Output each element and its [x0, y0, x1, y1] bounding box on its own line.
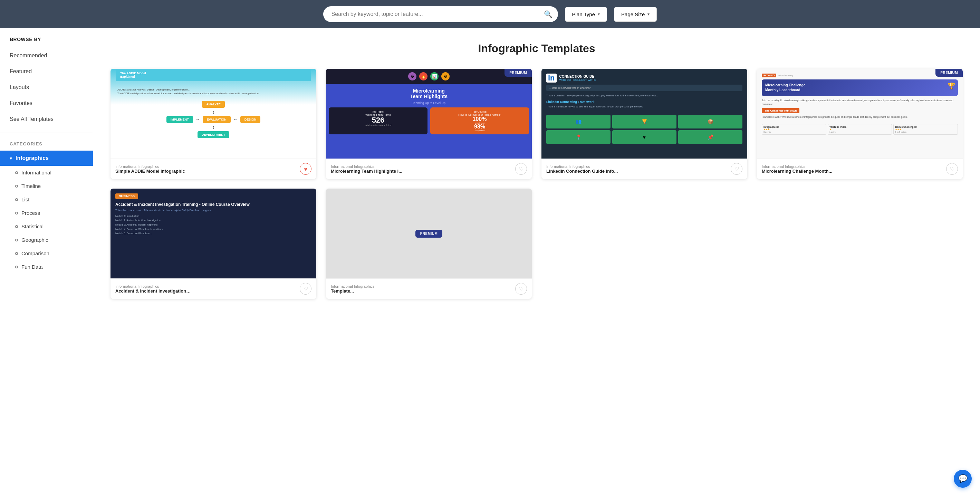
linkedin-grid-item-2: 🏆	[612, 115, 676, 129]
addie-analyze-node: ANALYZE	[202, 101, 225, 108]
process-circle-icon	[15, 212, 18, 214]
linkedin-card-title: LinkedIn Connection Guide Info...	[546, 169, 618, 174]
linkedin-grid-item-3: 📦	[678, 115, 743, 129]
fun-data-label: Fun Data	[21, 264, 43, 270]
leaderboard-card-footer: Informational Infographics Microlearning…	[757, 158, 963, 179]
addie-category: Informational Infographics	[115, 164, 185, 169]
sidebar-sub-statistical[interactable]: Statistical	[0, 220, 93, 233]
header: 🔍 Plan Type ▾ Page Size ▾	[0, 0, 980, 28]
geographic-circle-icon	[15, 239, 18, 241]
sidebar-sub-timeline[interactable]: Timeline	[0, 179, 93, 193]
sidebar-sub-fun-data[interactable]: Fun Data	[0, 260, 93, 274]
template-card-leaderboard[interactable]: ECONIVO microlearning Microlearning Chal…	[757, 69, 963, 179]
sidebar-sub-list[interactable]: List	[0, 193, 93, 206]
sidebar-sub-process[interactable]: Process	[0, 206, 93, 220]
template-card-placeholder-1[interactable]: PREMIUM Informational Infographics Templ…	[326, 188, 532, 299]
leaderboard-details: How does it work? We have a series of in…	[762, 115, 958, 119]
lb-mini-card-youtube: YouTube Video: ★ 1 point	[828, 124, 892, 135]
categories-title: CATEGORIES	[0, 139, 93, 151]
template-card-accident[interactable]: BUSINESS Accident & Incident Investigati…	[110, 188, 316, 299]
accident-list: Module 1: Introduction Module 2: Acciden…	[115, 214, 312, 236]
page-size-label: Page Size	[621, 11, 645, 17]
micro-title: MicrolearningTeam Highlights	[407, 84, 451, 101]
business-badge-inline: BUSINESS	[115, 193, 138, 199]
micro-icon-4: ⚙	[441, 72, 450, 80]
leaderboard-brand-badge: ECONIVO	[762, 73, 776, 77]
template-card-microlearning[interactable]: ⚙ 🔥 📊 ⚙ MicrolearningTeam Highlights Tea…	[326, 69, 532, 179]
leaderboard-footer-left: Informational Infographics Microlearning…	[762, 164, 832, 174]
linkedin-framework-title: LinkedIn Connecting Framework	[546, 100, 595, 104]
statistical-circle-icon	[15, 225, 18, 228]
micro-stat-left: Top Topic: Working From Home 526 total s…	[329, 107, 428, 134]
placeholder-1-footer: Informational Infographics Template... ♡	[326, 278, 532, 299]
infographics-chevron-icon: ▾	[10, 156, 12, 161]
accident-title: Accident & Incident Investigation Traini…	[115, 202, 312, 207]
accident-footer-left: Informational Infographics Accident & In…	[115, 284, 191, 293]
placeholder-premium-badge: PREMIUM	[415, 230, 443, 238]
microlearning-favorite-button[interactable]: ♡	[515, 163, 527, 175]
addie-favorite-button[interactable]: ♥	[300, 163, 312, 175]
plan-type-button[interactable]: Plan Type ▾	[565, 7, 607, 22]
sidebar-sub-informational[interactable]: Informational	[0, 166, 93, 179]
placeholder-1-favorite-button[interactable]: ♡	[515, 283, 527, 295]
micro-complete-pct: 98%	[433, 124, 526, 129]
timeline-label: Timeline	[21, 183, 41, 189]
statistical-label: Statistical	[21, 223, 43, 230]
sidebar-category-infographics[interactable]: ▾ Infographics	[0, 151, 93, 166]
page-size-button[interactable]: Page Size ▾	[614, 7, 657, 22]
linkedin-grid-item-5: ♥	[612, 130, 676, 144]
challenge-rundown-label: The Challenge Rundown	[762, 108, 799, 113]
linkedin-guide-subtitle: WHO DO I CONNECT WITH?	[559, 78, 597, 81]
sidebar-item-see-all[interactable]: See All Templates	[0, 111, 93, 127]
list-circle-icon	[15, 198, 18, 201]
linkedin-logo-icon: in	[546, 73, 557, 83]
informational-label: Informational	[21, 170, 51, 175]
search-input[interactable]	[323, 6, 558, 22]
microlearning-thumb: ⚙ 🔥 📊 ⚙ MicrolearningTeam Highlights Tea…	[326, 69, 532, 158]
process-label: Process	[21, 210, 40, 216]
template-grid: The ADDIE ModelExplained ADDIE stands fo…	[110, 69, 963, 179]
leaderboard-favorite-button[interactable]: ♡	[946, 163, 958, 175]
accident-card-footer: Informational Infographics Accident & In…	[110, 278, 316, 299]
sidebar-item-featured[interactable]: Featured	[0, 64, 93, 80]
placeholder-1-footer-left: Informational Infographics Template...	[331, 284, 375, 293]
accident-favorite-button[interactable]: ♡	[300, 283, 312, 295]
search-button[interactable]: 🔍	[544, 10, 552, 18]
micro-icon-3: 📊	[430, 72, 439, 80]
micro-stat-number: 526	[331, 116, 425, 124]
linkedin-guide-title: CONNECTION GUIDE	[559, 75, 597, 78]
sidebar-item-favorites[interactable]: Favorites	[0, 95, 93, 111]
fun-data-circle-icon	[15, 266, 18, 268]
template-card-linkedin[interactable]: in CONNECTION GUIDE WHO DO I CONNECT WIT…	[541, 69, 747, 179]
geographic-label: Geographic	[21, 237, 48, 243]
content-area: Infographic Templates The ADDIE ModelExp…	[93, 28, 980, 496]
microlearning-footer-left: Informational Infographics Microlearning…	[331, 164, 402, 174]
browse-by-title: BROWSE BY	[0, 28, 93, 48]
linkedin-description: This is a question many people ask. A go…	[546, 94, 658, 97]
leaderboard-card-title: Microlearning Challenge Month...	[762, 169, 832, 174]
sidebar-sub-comparison[interactable]: Comparison	[0, 247, 93, 260]
leaderboard-category: Informational Infographics	[762, 164, 832, 169]
micro-icons-row: ⚙ 🔥 📊 ⚙	[326, 69, 532, 84]
leaderboard-title: Microlearning ChallengeMonthly Leaderboa…	[765, 83, 955, 93]
addie-description: ADDIE stands for Analysis, Design, Devel…	[116, 88, 311, 95]
lb-mini-card-bonus: Bonus Challenges: ★★★ 1 to 5 points	[893, 124, 958, 135]
page-size-chevron-icon: ▾	[648, 12, 649, 17]
search-wrapper: 🔍	[323, 6, 558, 22]
linkedin-footer-left: Informational Infographics LinkedIn Conn…	[546, 164, 618, 174]
addie-card-footer: Informational Infographics Simple ADDIE …	[110, 158, 316, 179]
accident-thumb: BUSINESS Accident & Incident Investigati…	[110, 188, 316, 278]
sidebar-item-recommended[interactable]: Recommended	[0, 48, 93, 64]
addie-thumb-title: The ADDIE ModelExplained	[120, 72, 307, 78]
sidebar-sub-geographic[interactable]: Geographic	[0, 233, 93, 247]
template-card-addie[interactable]: The ADDIE ModelExplained ADDIE stands fo…	[110, 69, 316, 179]
leaderboard-bottom-cards: Infographics: ★★★ 3 points YouTube Video…	[762, 124, 958, 135]
microlearning-card-title: Microlearning Team Highlights I...	[331, 169, 402, 174]
chat-bubble-button[interactable]: 💬	[954, 470, 972, 488]
lb-mini-card-infographic: Infographics: ★★★ 3 points	[762, 124, 826, 135]
linkedin-favorite-button[interactable]: ♡	[731, 163, 743, 175]
sidebar-item-layouts[interactable]: Layouts	[0, 80, 93, 95]
addie-diagram: ANALYZE ↕ IMPLEMENT ↔ EVALUATION ↔ DESIG…	[167, 101, 261, 138]
addie-thumb: The ADDIE ModelExplained ADDIE stands fo…	[110, 69, 316, 158]
accident-card-title: Accident & Incident Investigation Traini…	[115, 289, 191, 293]
